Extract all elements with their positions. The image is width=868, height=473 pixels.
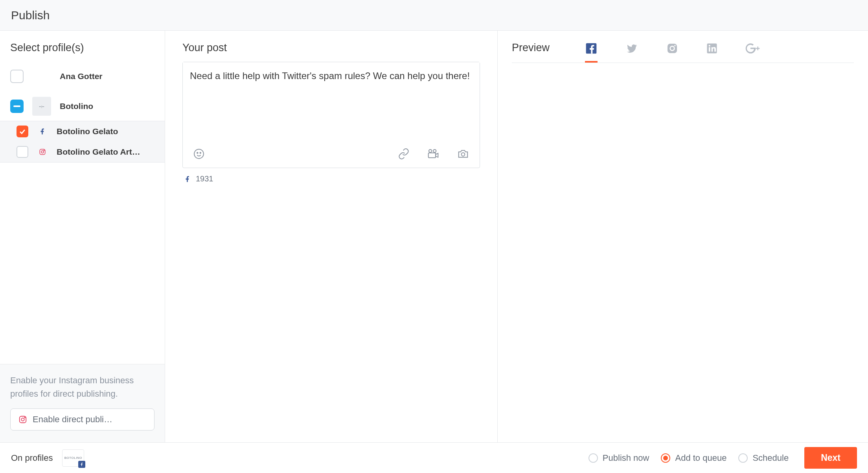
enable-direct-publishing-label: Enable direct publi… bbox=[33, 414, 112, 425]
publish-option-schedule[interactable]: Schedule bbox=[738, 453, 789, 463]
avatar bbox=[32, 67, 51, 86]
publish-option-queue[interactable]: Add to queue bbox=[661, 453, 726, 463]
selected-profile-badge[interactable]: BOTOLINO bbox=[62, 449, 84, 467]
profile-item-botolino[interactable]: ••|•• Botolino bbox=[0, 92, 165, 121]
instagram-hint: Enable your Instagram business profiles … bbox=[10, 374, 140, 401]
link-button[interactable] bbox=[398, 148, 410, 160]
avatar: ••|•• bbox=[32, 97, 51, 116]
sub-profile-list: Botolino Gelato Botolino Gelato Art… bbox=[0, 121, 165, 163]
svg-point-1 bbox=[41, 151, 44, 153]
profile-name: Botolino Gelato bbox=[57, 127, 118, 136]
on-profiles-label: On profiles bbox=[11, 453, 53, 463]
radio-label: Schedule bbox=[752, 453, 789, 463]
preview-tabs bbox=[585, 42, 761, 63]
svg-point-4 bbox=[21, 418, 24, 421]
emoji-button[interactable] bbox=[193, 148, 205, 160]
composer-toolbar bbox=[183, 142, 480, 168]
publish-option-now[interactable]: Publish now bbox=[588, 453, 649, 463]
svg-point-7 bbox=[197, 152, 198, 153]
preview-panel: Preview bbox=[498, 31, 868, 442]
camera-icon bbox=[457, 148, 469, 160]
char-count-value: 1931 bbox=[196, 174, 213, 183]
layout: Select profile(s) Ana Gotter ••|•• Botol… bbox=[0, 31, 868, 442]
sub-profile-botolino-gelato[interactable]: Botolino Gelato bbox=[0, 121, 165, 142]
svg-rect-18 bbox=[709, 47, 710, 51]
svg-point-6 bbox=[194, 149, 204, 159]
composer: Your post bbox=[165, 31, 498, 442]
checkbox-checked[interactable] bbox=[17, 126, 28, 137]
preview-tab-googleplus[interactable] bbox=[745, 43, 761, 62]
composer-box bbox=[182, 62, 480, 168]
emoji-icon bbox=[193, 148, 205, 160]
preview-title: Preview bbox=[512, 42, 550, 63]
radio-label: Publish now bbox=[603, 453, 649, 463]
svg-point-16 bbox=[674, 45, 675, 46]
footer: On profiles BOTOLINO Publish now Add to … bbox=[0, 442, 868, 473]
sidebar: Select profile(s) Ana Gotter ••|•• Botol… bbox=[0, 31, 165, 442]
video-button[interactable] bbox=[427, 148, 440, 160]
twitter-icon bbox=[625, 42, 638, 54]
svg-point-19 bbox=[709, 45, 710, 46]
svg-point-8 bbox=[200, 152, 201, 153]
video-icon bbox=[427, 148, 440, 160]
facebook-icon bbox=[184, 176, 191, 183]
post-textarea[interactable] bbox=[183, 62, 480, 140]
checkbox[interactable] bbox=[10, 70, 24, 83]
sub-profile-botolino-gelato-art[interactable]: Botolino Gelato Art… bbox=[0, 142, 165, 162]
checkbox[interactable] bbox=[17, 146, 28, 158]
profile-item-ana-gotter[interactable]: Ana Gotter bbox=[0, 62, 165, 91]
svg-point-12 bbox=[462, 153, 465, 156]
instagram-icon bbox=[666, 42, 679, 55]
radio-icon bbox=[588, 453, 598, 463]
instagram-icon bbox=[18, 415, 27, 424]
svg-rect-11 bbox=[428, 153, 436, 158]
profile-name: Botolino Gelato Art… bbox=[57, 147, 140, 157]
main: Your post bbox=[165, 31, 868, 442]
googleplus-icon bbox=[745, 43, 761, 54]
page-title: Publish bbox=[11, 9, 50, 22]
facebook-icon bbox=[78, 461, 85, 468]
svg-point-9 bbox=[429, 150, 432, 152]
radio-label: Add to queue bbox=[675, 453, 726, 463]
checkbox-partial[interactable] bbox=[10, 100, 24, 113]
preview-tab-twitter[interactable] bbox=[625, 42, 638, 62]
radio-icon bbox=[738, 453, 748, 463]
footer-right: Publish now Add to queue Schedule Next bbox=[588, 447, 857, 469]
linkedin-icon bbox=[706, 42, 718, 54]
preview-tab-instagram[interactable] bbox=[666, 42, 679, 63]
facebook-icon bbox=[37, 126, 48, 137]
instagram-icon bbox=[37, 146, 48, 157]
preview-header: Preview bbox=[512, 42, 854, 63]
sidebar-bottom: Enable your Instagram business profiles … bbox=[0, 364, 165, 442]
sidebar-heading: Select profile(s) bbox=[0, 31, 165, 62]
profile-name: Botolino bbox=[60, 102, 93, 111]
radio-icon bbox=[661, 453, 670, 463]
svg-point-10 bbox=[433, 150, 436, 152]
char-counter: 1931 bbox=[182, 168, 480, 190]
preview-tab-linkedin[interactable] bbox=[706, 42, 718, 62]
profile-name: Ana Gotter bbox=[60, 72, 103, 81]
svg-rect-14 bbox=[668, 44, 677, 53]
facebook-icon bbox=[585, 42, 598, 55]
enable-direct-publishing-button[interactable]: Enable direct publi… bbox=[10, 408, 154, 431]
profile-list: Ana Gotter ••|•• Botolino Botolino Gelat… bbox=[0, 62, 165, 163]
svg-point-2 bbox=[44, 150, 44, 151]
link-icon bbox=[398, 148, 410, 160]
photo-button[interactable] bbox=[457, 148, 469, 160]
next-button[interactable]: Next bbox=[804, 447, 857, 469]
svg-point-5 bbox=[24, 417, 25, 418]
preview-tab-facebook[interactable] bbox=[585, 42, 598, 63]
composer-heading: Your post bbox=[182, 42, 480, 54]
badge-text: BOTOLINO bbox=[64, 456, 82, 460]
header: Publish bbox=[0, 0, 868, 31]
footer-left: On profiles BOTOLINO bbox=[11, 449, 84, 467]
